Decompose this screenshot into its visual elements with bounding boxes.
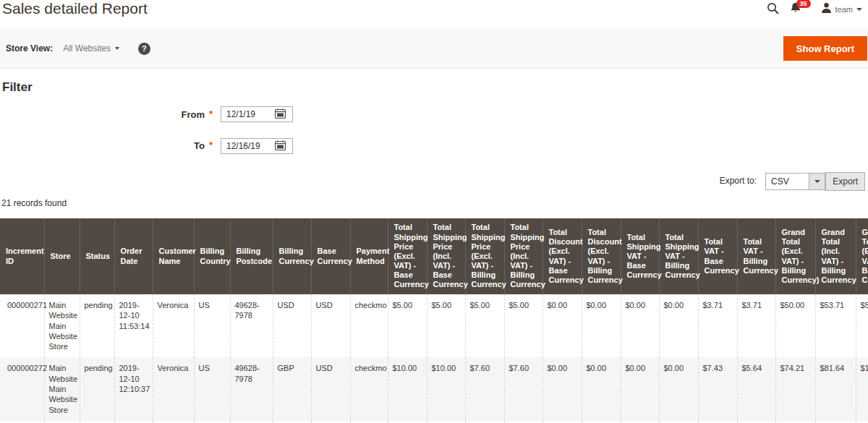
table-cell: $7.43 <box>698 357 737 420</box>
to-date-field <box>221 138 293 154</box>
table-cell: Main Website Main Website Store <box>44 357 80 420</box>
to-date-input[interactable] <box>221 141 273 151</box>
search-button[interactable] <box>767 2 779 17</box>
table-cell: $5.00 <box>465 294 504 357</box>
store-view-bar: Store View: All Websites ? Show Report <box>0 29 868 69</box>
column-header: Grand Total (Incl. VAT) - Billing Curren… <box>815 218 856 294</box>
user-icon <box>821 2 832 17</box>
select-arrow-button[interactable] <box>809 174 825 189</box>
table-cell: $0.00 <box>621 294 659 357</box>
column-header: Billing Currency <box>273 218 311 294</box>
table-cell: $53.71 <box>815 294 856 357</box>
column-header: Total Shipping Price (Incl. VAT) - Base … <box>427 218 465 294</box>
report-table-container: Increment IDStoreStatusOrder DateCustome… <box>0 218 868 423</box>
calendar-icon <box>275 108 286 121</box>
column-header: Grand Total (Excl. VAT) - Base Currency <box>856 218 868 294</box>
column-header: Total VAT - Base Currency <box>698 218 737 294</box>
table-cell: $0.00 <box>659 357 698 420</box>
export-format-value: CSV <box>766 174 809 189</box>
export-button[interactable]: Export <box>825 172 865 191</box>
table-cell: $7.60 <box>504 357 542 420</box>
table-row: 000000272Main Website Main Website Store… <box>0 357 868 420</box>
calendar-icon <box>275 140 286 153</box>
username-label: team <box>835 5 853 14</box>
filter-heading: Filter <box>2 80 33 95</box>
store-view-value: All Websites <box>63 43 111 54</box>
column-header: Total Discount (Excl. VAT) - Base Curren… <box>542 218 582 294</box>
table-cell: $10.00 <box>427 357 465 420</box>
filter-section: Filter From * To * <box>0 69 868 171</box>
column-header: Total Discount (Excl. VAT) - Billing Cur… <box>582 218 621 294</box>
table-cell: pending <box>80 294 114 357</box>
chevron-down-icon <box>856 8 862 11</box>
table-cell: $0.00 <box>582 357 621 420</box>
store-view-label: Store View: <box>6 43 53 54</box>
table-cell: 000000271 <box>0 294 44 357</box>
table-cell: $10.00 <box>388 357 427 420</box>
table-cell: Veronica <box>153 294 194 357</box>
column-header: Billing Postcode <box>230 218 273 294</box>
show-report-button[interactable]: Show Report <box>783 36 867 61</box>
table-cell: USD <box>311 357 350 420</box>
from-date-input[interactable] <box>221 109 273 119</box>
table-header: Increment IDStoreStatusOrder DateCustome… <box>0 218 868 294</box>
header-actions: 35 team <box>767 2 862 17</box>
export-row: Export to: CSV Export <box>0 171 868 191</box>
store-view-switcher[interactable]: All Websites <box>63 43 119 54</box>
export-format-select[interactable]: CSV <box>765 173 825 190</box>
table-cell: $5.00 <box>427 294 465 357</box>
table-cell: $10 <box>856 357 868 420</box>
column-header: Total Shipping Price (Excl. VAT) - Billi… <box>465 218 504 294</box>
chevron-down-icon <box>115 47 119 50</box>
table-cell: 000000272 <box>0 357 44 420</box>
table-cell: 2019-12-10 11:53:14 <box>114 294 153 357</box>
table-cell: $74.21 <box>775 357 815 420</box>
table-cell: $3.71 <box>698 294 737 357</box>
table-cell: $50 <box>856 294 868 357</box>
table-cell: $7.60 <box>465 357 504 420</box>
table-cell: Veronica <box>153 357 194 420</box>
table-cell: pending <box>80 357 114 420</box>
table-cell: $50.00 <box>775 294 815 357</box>
column-header: Customer Name <box>153 218 194 294</box>
table-cell: Main Website Main Website Store <box>44 294 80 357</box>
sales-detailed-report-page: Sales detailed Report 35 team <box>0 0 868 423</box>
chevron-down-icon <box>814 180 820 183</box>
table-cell: $0.00 <box>659 294 698 357</box>
from-calendar-button[interactable] <box>275 108 286 121</box>
sales-report-table: Increment IDStoreStatusOrder DateCustome… <box>0 218 868 423</box>
table-cell: US <box>194 294 230 357</box>
from-required-mark: * <box>209 108 213 119</box>
page-title: Sales detailed Report <box>2 0 148 17</box>
help-icon[interactable]: ? <box>138 43 150 55</box>
column-header: Status <box>80 218 114 294</box>
table-cell: $5.00 <box>504 294 542 357</box>
export-to-label: Export to: <box>720 176 757 186</box>
table-cell: $81.64 <box>815 357 856 420</box>
table-cell: $0.00 <box>542 294 582 357</box>
column-header: Increment ID <box>0 218 44 294</box>
table-cell: GBP <box>273 357 311 420</box>
column-header: Store <box>44 218 80 294</box>
records-found-summary: 21 records found <box>1 198 868 210</box>
search-icon <box>767 2 779 17</box>
table-cell: $0.00 <box>542 357 582 420</box>
table-cell: 49628-7978 <box>230 357 273 420</box>
from-label: From <box>130 109 205 120</box>
column-header: Total VAT - Billing Currency <box>737 218 775 294</box>
table-cell: checkmo <box>350 357 388 420</box>
table-cell: 2019-12-10 12:10:37 <box>114 357 153 420</box>
table-cell: $0.00 <box>621 357 659 420</box>
column-header: Base Currency <box>311 218 350 294</box>
notifications-button[interactable]: 35 <box>790 2 801 17</box>
column-header: Grand Total (Excl. VAT) - Billing Curren… <box>775 218 815 294</box>
column-header: Total Shipping VAT - Billing Currency <box>659 218 698 294</box>
table-cell: $3.71 <box>737 294 775 357</box>
to-required-mark: * <box>209 140 213 150</box>
table-cell: $5.00 <box>388 294 427 357</box>
user-account-menu[interactable]: team <box>821 2 862 17</box>
table-cell: checkmo <box>350 294 388 357</box>
table-body: 000000271Main Website Main Website Store… <box>0 294 868 423</box>
to-calendar-button[interactable] <box>275 140 286 153</box>
column-header: Total Shipping Price (Incl. VAT) - Billi… <box>504 218 542 294</box>
